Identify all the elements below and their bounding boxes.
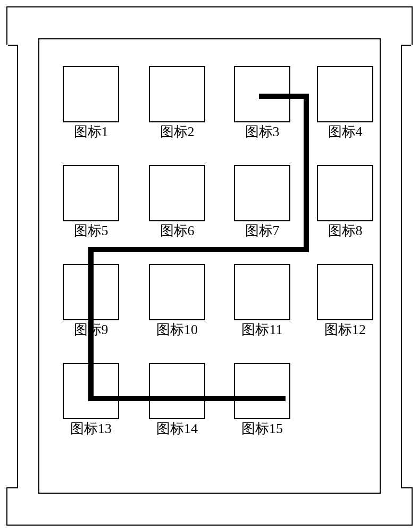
- icon-label: 图标13: [63, 420, 119, 437]
- app-icon-1[interactable]: 图标1: [63, 66, 119, 140]
- icon-label: 图标6: [149, 222, 205, 239]
- icon-label: 图标11: [234, 321, 290, 338]
- app-icon-3[interactable]: 图标3: [234, 66, 290, 140]
- app-icon-6[interactable]: 图标6: [149, 165, 205, 239]
- app-icon-8[interactable]: 图标8: [317, 165, 373, 239]
- app-icon-5[interactable]: 图标5: [63, 165, 119, 239]
- left-slit-cover: [6, 45, 8, 486]
- screen-frame: 图标1 图标2 图标3 图标4 图标5 图标6 图标7 图标8: [38, 38, 381, 494]
- icon-square: [149, 264, 205, 320]
- app-icon-12[interactable]: 图标12: [317, 264, 373, 338]
- outer-frame: 图标1 图标2 图标3 图标4 图标5 图标6 图标7 图标8: [6, 6, 413, 526]
- icon-label: 图标9: [63, 321, 119, 338]
- icon-label: 图标2: [149, 123, 205, 140]
- icon-square: [317, 165, 373, 221]
- icon-label: 图标3: [234, 123, 290, 140]
- app-icon-2[interactable]: 图标2: [149, 66, 205, 140]
- icon-square: [234, 264, 290, 320]
- icon-square: [317, 264, 373, 320]
- icon-square: [63, 66, 119, 122]
- icon-square: [63, 363, 119, 419]
- icon-square: [234, 66, 290, 122]
- app-icon-15[interactable]: 图标15: [234, 363, 290, 437]
- icon-label: 图标7: [234, 222, 290, 239]
- app-icon-4[interactable]: 图标4: [317, 66, 373, 140]
- app-icon-14[interactable]: 图标14: [149, 363, 205, 437]
- app-icon-13[interactable]: 图标13: [63, 363, 119, 437]
- icon-label: 图标10: [149, 321, 205, 338]
- app-icon-11[interactable]: 图标11: [234, 264, 290, 338]
- icon-label: 图标8: [317, 222, 373, 239]
- icon-label: 图标4: [317, 123, 373, 140]
- icon-square: [149, 66, 205, 122]
- app-icon-9[interactable]: 图标9: [63, 264, 119, 338]
- icon-square: [149, 363, 205, 419]
- icon-label: 图标1: [63, 123, 119, 140]
- icon-label: 图标5: [63, 222, 119, 239]
- app-icon-10[interactable]: 图标10: [149, 264, 205, 338]
- icon-square: [234, 363, 290, 419]
- left-slit: [6, 45, 18, 488]
- icon-square: [63, 264, 119, 320]
- icon-square: [317, 66, 373, 122]
- icon-label: 图标14: [149, 420, 205, 437]
- icon-square: [63, 165, 119, 221]
- icon-label: 图标15: [234, 420, 290, 437]
- app-icon-7[interactable]: 图标7: [234, 165, 290, 239]
- icon-label: 图标12: [317, 321, 373, 338]
- right-slit-cover: [411, 45, 413, 486]
- gesture-polyline: [91, 96, 306, 398]
- icon-square: [234, 165, 290, 221]
- icon-square: [149, 165, 205, 221]
